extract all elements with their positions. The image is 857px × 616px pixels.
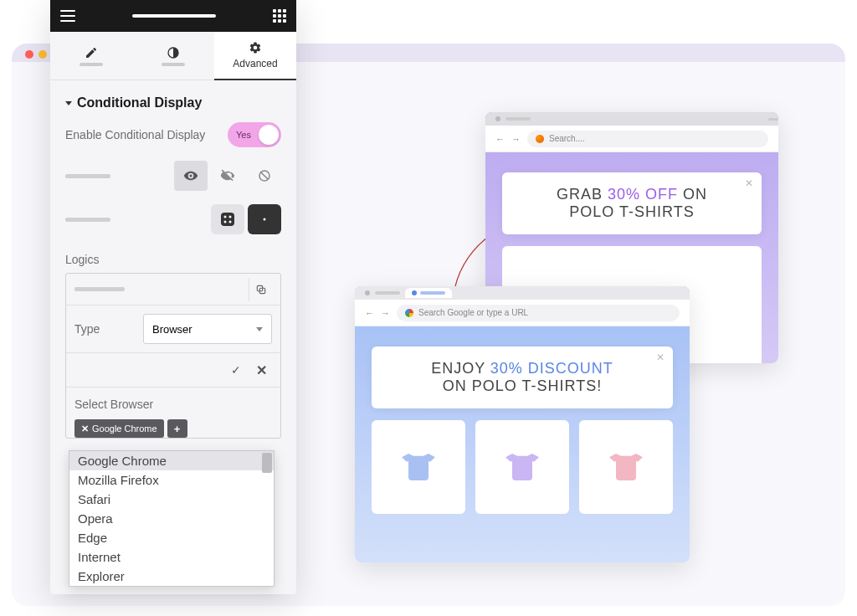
confirm-button[interactable]: ✓ <box>223 358 249 382</box>
close-dot[interactable] <box>25 50 33 59</box>
banner-text: GRAB <box>557 186 608 203</box>
google-icon <box>405 309 413 317</box>
visibility-show-button[interactable] <box>174 161 208 191</box>
logic-card: Type Browser ✓ ✕ Select Browser ✕ Google… <box>65 273 281 439</box>
forward-icon[interactable]: → <box>511 134 521 144</box>
enable-label: Enable Conditional Display <box>65 128 205 141</box>
product-card[interactable] <box>475 420 569 514</box>
chrome-product-row <box>355 420 690 514</box>
chrome-search-placeholder: Search Google or type a URL <box>418 308 528 317</box>
visibility-group <box>174 161 281 191</box>
product-card[interactable] <box>579 420 673 514</box>
tab-underline <box>162 63 185 66</box>
browser-dropdown[interactable]: Google Chrome Mozilla Firefox Safari Ope… <box>69 450 275 587</box>
ff-url-bar: ← → Search.... <box>485 126 778 152</box>
label-placeholder <box>65 218 110 222</box>
type-label: Type <box>74 322 133 336</box>
chip-label: Google Chrome <box>92 424 157 434</box>
panel-topbar <box>50 0 296 32</box>
chrome-banner: ✕ ENJOY 30% DISCOUNT ON POLO T-SHIRTS! <box>372 346 673 408</box>
tab-underline <box>80 63 103 66</box>
product-card[interactable] <box>372 420 465 514</box>
menu-icon[interactable] <box>60 10 75 22</box>
svg-point-7 <box>224 221 227 223</box>
dropdown-option[interactable]: Opera <box>69 509 274 528</box>
visibility-block-button[interactable] <box>248 161 281 191</box>
minimize-dot[interactable] <box>38 50 47 59</box>
match-any-button[interactable] <box>248 204 281 234</box>
type-select[interactable]: Browser <box>143 314 272 344</box>
label-placeholder <box>65 174 110 178</box>
banner-text: ENJOY <box>431 360 490 377</box>
dropdown-option[interactable]: Safari <box>69 490 274 509</box>
pencil-icon <box>85 46 98 59</box>
dropdown-option[interactable]: Explorer <box>69 567 274 586</box>
ff-banner: ✕ GRAB 30% OFF ON POLO T-SHIRTS <box>502 172 762 234</box>
toggle-text: Yes <box>228 130 251 140</box>
match-all-button[interactable] <box>211 204 244 234</box>
type-value: Browser <box>152 323 192 336</box>
svg-point-6 <box>229 216 232 218</box>
dropdown-option[interactable]: Internet <box>69 547 274 567</box>
firefox-icon <box>536 135 544 143</box>
back-icon[interactable]: ← <box>495 134 505 144</box>
svg-point-5 <box>224 216 227 218</box>
dropdown-option[interactable]: Edge <box>69 528 274 547</box>
panel-title-placeholder <box>132 14 216 18</box>
logic-title-placeholder <box>74 287 125 291</box>
svg-point-10 <box>264 218 266 221</box>
banner-text: ON <box>678 186 707 203</box>
back-icon[interactable]: ← <box>365 308 374 318</box>
dropdown-option[interactable]: Google Chrome <box>69 451 274 470</box>
ff-search-field[interactable]: Search.... <box>527 131 768 147</box>
tab-style[interactable] <box>132 32 214 80</box>
chevron-down-icon <box>65 101 72 105</box>
match-group <box>211 204 281 234</box>
selected-browser-chip[interactable]: ✕ Google Chrome <box>74 419 164 438</box>
apps-icon[interactable] <box>273 9 286 23</box>
tshirt-icon <box>402 452 435 482</box>
tshirt-icon <box>505 452 539 482</box>
add-browser-button[interactable]: + <box>167 419 187 438</box>
chrome-url-bar: ← → Search Google or type a URL <box>355 300 690 326</box>
close-icon[interactable]: ✕ <box>745 177 753 189</box>
section-header-conditional[interactable]: Conditional Display <box>65 95 281 110</box>
svg-line-3 <box>261 172 269 180</box>
toggle-knob <box>259 125 279 145</box>
tab-content[interactable] <box>50 32 132 80</box>
panel-tabs: Advanced <box>50 32 296 80</box>
banner-accent: 30% DISCOUNT <box>490 360 613 377</box>
cancel-button[interactable]: ✕ <box>249 358 274 382</box>
banner-text-line2: ON POLO T-SHIRTS! <box>388 377 656 395</box>
close-icon[interactable]: ✕ <box>656 352 665 363</box>
contrast-icon <box>167 46 180 59</box>
chevron-down-icon <box>256 327 263 331</box>
dropdown-option[interactable]: Mozilla Firefox <box>69 470 274 490</box>
tab-advanced[interactable]: Advanced <box>214 32 296 80</box>
banner-text-line2: POLO T-SHIRTS <box>519 203 745 221</box>
tab-advanced-label: Advanced <box>233 58 277 69</box>
visibility-hide-button[interactable] <box>211 161 244 191</box>
svg-rect-4 <box>221 213 234 226</box>
ff-search-placeholder: Search.... <box>549 134 585 143</box>
logics-heading: Logics <box>65 253 281 266</box>
banner-accent: 30% OFF <box>608 186 678 203</box>
section-title: Conditional Display <box>77 95 202 110</box>
svg-point-1 <box>190 175 192 177</box>
enable-toggle[interactable]: Yes <box>228 122 281 147</box>
chrome-tabs <box>355 286 690 300</box>
forward-icon[interactable]: → <box>381 308 390 318</box>
preview-area: ← → Search.... ✕ GRAB 30% OFF ON POLO T-… <box>335 67 837 569</box>
chrome-search-field[interactable]: Search Google or type a URL <box>397 305 680 321</box>
dropdown-scrollbar[interactable] <box>262 453 272 584</box>
duplicate-button[interactable] <box>249 278 272 301</box>
svg-point-8 <box>229 221 232 223</box>
ff-tabs <box>485 112 778 126</box>
gear-icon <box>249 41 262 54</box>
tshirt-icon <box>609 452 643 482</box>
chrome-preview: ← → Search Google or type a URL ✕ ENJOY … <box>355 286 690 562</box>
select-browser-label: Select Browser <box>74 398 272 411</box>
chip-remove-icon[interactable]: ✕ <box>81 424 89 434</box>
